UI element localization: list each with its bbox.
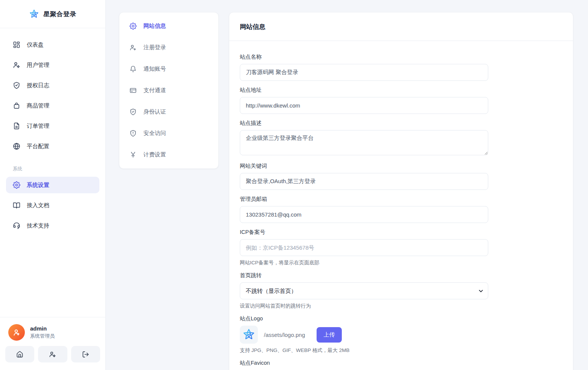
sidebar-item-users[interactable]: 用户管理: [6, 57, 99, 73]
sidebar-item-docs[interactable]: 接入文档: [6, 197, 99, 214]
home-redirect-select[interactable]: 不跳转（显示首页）: [240, 282, 488, 299]
field-home-redirect: 首页跳转 不跳转（显示首页） 设置访问网站首页时的跳转行为: [240, 272, 562, 309]
field-site-desc: 站点描述 企业级第三方登录聚合平台: [240, 120, 562, 157]
logo-upload-button[interactable]: 上传: [317, 327, 342, 343]
sidebar-spacer: [0, 234, 105, 317]
user-cog-icon: [49, 351, 56, 358]
field-label: 站点Favicon: [240, 359, 562, 366]
sidebar-item-label: 商品管理: [27, 102, 49, 109]
shield-alert-icon: [129, 130, 137, 137]
logo-upload-row: /assets/logo.png 上传: [240, 326, 562, 344]
settings-tab-label: 身份认证: [143, 108, 166, 115]
field-label: 站点描述: [240, 120, 562, 126]
logout-button[interactable]: [71, 346, 100, 362]
app-title: 星聚合登录: [43, 10, 76, 18]
shield-check-icon: [129, 108, 137, 115]
star-logo-icon: [242, 328, 255, 341]
sidebar-item-label: 接入文档: [27, 202, 49, 209]
field-label: ICP备案号: [240, 229, 562, 235]
sidebar-item-dashboard[interactable]: 仪表盘: [6, 36, 99, 53]
field-label: 管理员邮箱: [240, 196, 562, 202]
settings-tab-notify-accounts[interactable]: 通知账号: [125, 61, 213, 77]
settings-tab-payment-channels[interactable]: 支付通道: [125, 82, 213, 99]
field-label: 站点地址: [240, 86, 562, 93]
gear-icon: [13, 181, 20, 189]
site-name-input[interactable]: [240, 64, 488, 81]
settings-tab-site-info[interactable]: 网站信息: [125, 18, 213, 35]
site-desc-textarea[interactable]: 企业级第三方登录聚合平台: [240, 130, 488, 155]
settings-menu: 网站信息 注册登录 通知账号 支付通道 身份认证: [119, 12, 219, 169]
sidebar-section-system: 系统: [6, 158, 99, 173]
sidebar-item-label: 订单管理: [27, 123, 49, 130]
sidebar-footer-actions: [0, 346, 105, 370]
user-plus-icon: [129, 44, 137, 51]
home-redirect-select-wrap: 不跳转（显示首页）: [240, 282, 488, 299]
field-help: 网站ICP备案号，将显示在页面底部: [240, 259, 562, 266]
sidebar-item-products[interactable]: 商品管理: [6, 97, 99, 114]
page-title: 网站信息: [229, 12, 573, 41]
settings-tab-billing[interactable]: 计费设置: [125, 146, 213, 163]
sidebar-item-orders[interactable]: 订单管理: [6, 118, 99, 134]
profile-settings-button[interactable]: [38, 346, 67, 362]
field-icp: ICP备案号 网站ICP备案号，将显示在页面底部: [240, 229, 562, 266]
yen-icon: [129, 151, 137, 158]
settings-tab-secure-access[interactable]: 安全访问: [125, 125, 213, 142]
sidebar-item-label: 技术支持: [27, 222, 49, 229]
field-label: 站点Logo: [240, 315, 562, 322]
sidebar-item-label: 平台配置: [27, 143, 49, 150]
headset-icon: [13, 222, 20, 229]
sidebar-item-label: 用户管理: [27, 62, 49, 69]
settings-tab-identity-auth[interactable]: 身份认证: [125, 103, 213, 120]
sidebar-nav: 仪表盘 用户管理 授权日志 商品管理 订单管理: [0, 28, 105, 234]
sidebar-item-label: 仪表盘: [27, 41, 44, 49]
home-button[interactable]: [5, 346, 34, 362]
bell-icon: [129, 65, 137, 73]
keywords-input[interactable]: [240, 173, 488, 190]
logout-icon: [82, 351, 89, 358]
field-site-name: 站点名称: [240, 53, 562, 81]
credit-card-icon: [129, 87, 137, 94]
home-icon: [16, 351, 23, 358]
settings-tab-label: 支付通道: [143, 87, 166, 94]
avatar[interactable]: [8, 324, 25, 341]
settings-tab-label: 计费设置: [143, 151, 166, 158]
shopping-bag-icon: [13, 102, 20, 109]
site-info-form: 站点名称 站点地址 站点描述 企业级第三方登录聚合平台 网站关键词 管理员邮箱 …: [229, 41, 573, 370]
field-help: 设置访问网站首页时的跳转行为: [240, 303, 562, 309]
gear-icon: [129, 23, 137, 30]
file-text-icon: [13, 122, 20, 130]
user-info: admin 系统管理员: [30, 325, 55, 340]
admin-email-input[interactable]: [240, 206, 488, 223]
field-site-logo: 站点Logo /assets/logo.png 上传 支持 JPG、PNG、GI…: [240, 315, 562, 354]
user-icon: [12, 328, 21, 337]
sidebar-item-auth-logs[interactable]: 授权日志: [6, 77, 99, 94]
sidebar: 星聚合登录 仪表盘 用户管理 授权日志 商品管理: [0, 0, 106, 370]
site-url-input[interactable]: [240, 97, 488, 114]
shield-check-icon: [13, 82, 20, 89]
field-label: 网站关键词: [240, 162, 562, 169]
logo-preview: [240, 326, 258, 344]
settings-tab-register-login[interactable]: 注册登录: [125, 39, 213, 56]
user-cog-icon: [13, 61, 20, 69]
sidebar-item-platform-config[interactable]: 平台配置: [6, 138, 99, 155]
dashboard-icon: [13, 41, 20, 49]
book-icon: [13, 202, 20, 209]
user-area: admin 系统管理员: [0, 317, 105, 346]
settings-tab-label: 通知账号: [143, 65, 166, 73]
app-logo-area: 星聚合登录: [0, 0, 105, 28]
sidebar-item-support[interactable]: 技术支持: [6, 217, 99, 234]
settings-tab-label: 安全访问: [143, 130, 166, 137]
site-info-card: 网站信息 站点名称 站点地址 站点描述 企业级第三方登录聚合平台 网站关键词 管…: [229, 12, 573, 370]
user-name: admin: [30, 325, 55, 332]
main-area: 网站信息 注册登录 通知账号 支付通道 身份认证: [106, 0, 588, 370]
user-role: 系统管理员: [30, 333, 55, 340]
field-label: 站点名称: [240, 53, 562, 60]
field-keywords: 网站关键词: [240, 162, 562, 190]
sidebar-item-label: 系统设置: [27, 182, 49, 189]
field-site-favicon: 站点Favicon 上传: [240, 359, 562, 370]
sidebar-item-label: 授权日志: [27, 82, 49, 89]
icp-input[interactable]: [240, 239, 488, 256]
field-admin-email: 管理员邮箱: [240, 196, 562, 223]
sidebar-item-system-settings[interactable]: 系统设置: [6, 177, 99, 193]
settings-tab-label: 注册登录: [143, 44, 166, 51]
